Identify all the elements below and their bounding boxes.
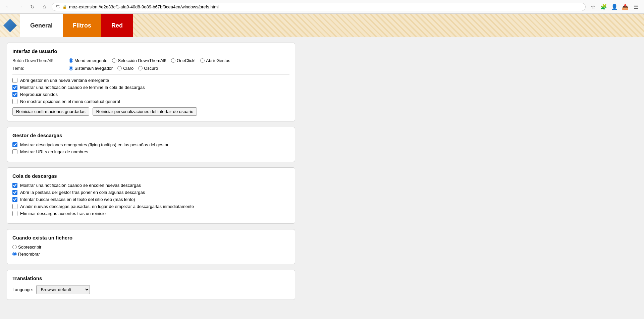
section-gestor-title: Gestor de descargas bbox=[12, 132, 289, 138]
tab-filtros[interactable]: Filtros bbox=[63, 14, 101, 37]
checkbox-mostrar-notif: Mostrar una notificación cuando se termi… bbox=[12, 85, 289, 90]
tema-row: Tema: Sistema/Navegador Claro Oscuro bbox=[12, 66, 289, 71]
radio-abrir-gestos[interactable]: Abrir Gestos bbox=[200, 58, 230, 63]
tab-navigation: General Filtros Red bbox=[20, 14, 133, 37]
checkbox-anadir-pausadas: Añadir nuevas descargas pausadas, en lug… bbox=[12, 204, 289, 209]
btn-row-interfaz: Reiniciar confirmaciones guardadas Reini… bbox=[12, 107, 289, 116]
checkbox-abrir-pestana: Abrir la pestaña del gestor tras poner e… bbox=[12, 190, 289, 195]
checkbox-buscar-enlaces: Intentar buscar enlaces en el texto del … bbox=[12, 197, 289, 202]
section-gestor: Gestor de descargas Mostrar descripcione… bbox=[7, 127, 295, 162]
extensions-button[interactable]: 🧩 bbox=[599, 2, 608, 11]
language-row: Language: Browser default bbox=[12, 285, 289, 294]
checkbox-eliminar-ausentes: Eliminar descargas ausentes tras un rein… bbox=[12, 211, 289, 216]
tab-general[interactable]: General bbox=[20, 14, 63, 37]
forward-button[interactable]: → bbox=[15, 2, 25, 11]
btn-reiniciar-personalizaciones[interactable]: Reiniciar personalizaciones del interfaz… bbox=[93, 107, 197, 116]
browser-toolbar: ← → ↻ ⌂ 🛡 🔒 ☆ 🧩 👤 📥 ☰ bbox=[0, 0, 644, 13]
lock-icon: 🔒 bbox=[62, 5, 67, 9]
address-input[interactable] bbox=[69, 4, 581, 9]
radio-oscuro[interactable]: Oscuro bbox=[138, 66, 158, 71]
divider-interfaz bbox=[12, 74, 289, 74]
radio-renombrar-row: Renombrar bbox=[12, 252, 289, 257]
logo-diamond bbox=[3, 19, 17, 32]
section-cola-title: Cola de descargas bbox=[12, 173, 289, 179]
language-label: Language: bbox=[12, 287, 33, 292]
section-translations-title: Translations bbox=[12, 275, 289, 281]
radio-renombrar[interactable]: Renombrar bbox=[12, 252, 40, 257]
checkbox-reproducir-sonidos: Reproducir sonidos bbox=[12, 92, 289, 97]
back-button[interactable]: ← bbox=[3, 2, 13, 11]
checkbox-abrir-gestor: Abrir gestor en una nueva ventana emerge… bbox=[12, 78, 289, 83]
tema-radio-group: Sistema/Navegador Claro Oscuro bbox=[69, 66, 158, 71]
radio-sobrescribir-row: Sobrescribir bbox=[12, 245, 289, 250]
tema-label: Tema: bbox=[12, 66, 66, 71]
checkbox-mostrar-urls: Mostrar URLs en lugar de nombres bbox=[12, 149, 289, 154]
radio-seleccion-dta[interactable]: Selección DownThemAll! bbox=[112, 58, 166, 63]
home-button[interactable]: ⌂ bbox=[40, 2, 49, 11]
checkbox-mostrar-descripciones: Mostrar descripciones emergentes (flying… bbox=[12, 142, 289, 147]
checkbox-notif-nuevas: Mostrar una notificación cuando se encol… bbox=[12, 183, 289, 188]
extension-logo bbox=[0, 14, 20, 37]
section-cola: Cola de descargas Mostrar una notificaci… bbox=[7, 167, 295, 224]
section-interfaz: Interfaz de usuario Botón DownThemAll!: … bbox=[7, 43, 295, 121]
radio-sistema-navegador[interactable]: Sistema/Navegador bbox=[69, 66, 113, 71]
main-content: Interfaz de usuario Botón DownThemAll!: … bbox=[0, 37, 302, 311]
btn-reiniciar-confirmaciones[interactable]: Reiniciar confirmaciones guardadas bbox=[12, 107, 89, 116]
section-fichero: Cuando exista un fichero Sobrescribir Re… bbox=[7, 229, 295, 264]
boton-radio-group: Menú emergente Selección DownThemAll! On… bbox=[69, 58, 230, 63]
boton-row: Botón DownThemAll!: Menú emergente Selec… bbox=[12, 58, 289, 63]
radio-claro[interactable]: Claro bbox=[117, 66, 133, 71]
section-fichero-title: Cuando exista un fichero bbox=[12, 235, 289, 241]
radio-oneclick[interactable]: OneClick! bbox=[171, 58, 196, 63]
radio-menu-emergente[interactable]: Menú emergente bbox=[69, 58, 107, 63]
toolbar-icons: ☆ 🧩 👤 📥 ☰ bbox=[588, 2, 641, 11]
address-bar-container: 🛡 🔒 bbox=[52, 3, 586, 11]
bookmark-button[interactable]: ☆ bbox=[588, 2, 598, 11]
security-icon: 🛡 bbox=[56, 4, 60, 9]
dta-icon-button[interactable]: 📥 bbox=[621, 2, 630, 11]
browser-chrome: ← → ↻ ⌂ 🛡 🔒 ☆ 🧩 👤 📥 ☰ bbox=[0, 0, 644, 14]
tab-red[interactable]: Red bbox=[101, 14, 133, 37]
radio-sobrescribir[interactable]: Sobrescribir bbox=[12, 245, 41, 250]
language-select[interactable]: Browser default bbox=[36, 285, 90, 294]
boton-label: Botón DownThemAll!: bbox=[12, 58, 66, 63]
extension-header: General Filtros Red bbox=[0, 14, 644, 37]
section-interfaz-title: Interfaz de usuario bbox=[12, 48, 289, 54]
section-translations: Translations Language: Browser default bbox=[7, 270, 295, 300]
menu-button[interactable]: ☰ bbox=[631, 2, 641, 11]
reload-button[interactable]: ↻ bbox=[28, 2, 37, 11]
profile-button[interactable]: 👤 bbox=[610, 2, 619, 11]
checkbox-no-mostrar-opciones: No mostrar opciones en el menú contextua… bbox=[12, 99, 289, 104]
